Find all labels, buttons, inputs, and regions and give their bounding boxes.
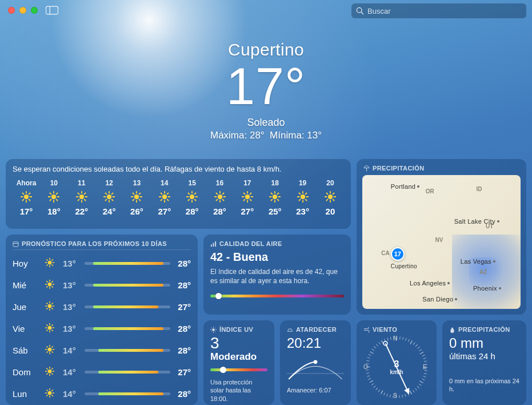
hour-temp: 27° — [234, 207, 261, 216]
day-high: 28° — [170, 324, 191, 333]
svg-line-48 — [133, 200, 134, 201]
zoom-window-button[interactable] — [31, 7, 38, 14]
day-high: 28° — [170, 389, 191, 399]
wind-icon — [363, 327, 370, 333]
svg-point-180 — [212, 328, 215, 331]
svg-line-155 — [47, 346, 48, 347]
svg-rect-179 — [215, 241, 216, 246]
map-city-label: Portland — [391, 183, 419, 190]
map-pin: 17 — [391, 247, 405, 261]
map-canvas[interactable]: 17 Cupertino ORIDNVUTCAAZPortlandSalt La… — [362, 175, 521, 309]
map-city-label: San Diego — [422, 296, 457, 303]
svg-rect-177 — [211, 244, 212, 247]
ten-day-row[interactable]: Vie 13° 28° — [13, 317, 191, 339]
svg-point-159 — [48, 369, 52, 373]
hour-label: 13 — [123, 179, 150, 187]
sunset-card[interactable]: Atardecer 20:21 Amanecer: 6:07 — [280, 320, 351, 405]
svg-line-36 — [106, 193, 107, 194]
temp-range-bar — [85, 305, 170, 308]
hour-temp: 28° — [178, 207, 206, 216]
temp-range-bar — [85, 262, 170, 265]
map-city-label: Los Angeles — [410, 280, 450, 287]
search-input[interactable]: Buscar — [351, 3, 526, 18]
svg-line-38 — [112, 193, 113, 194]
map-state-label: AZ — [479, 269, 487, 275]
ten-day-row[interactable]: Mié 13° 28° — [13, 274, 191, 296]
day-low: 14° — [63, 389, 85, 399]
hourly-column: 1018° — [40, 179, 67, 216]
compass-cardinal: N — [393, 335, 397, 342]
svg-line-138 — [52, 308, 53, 309]
ten-day-title: Pronóstico para los próximos 10 días — [13, 240, 191, 247]
svg-line-164 — [47, 368, 48, 369]
svg-line-18 — [50, 193, 51, 194]
svg-line-45 — [133, 193, 134, 194]
precipitation-map-card[interactable]: Precipitación 17 Cupertino ORIDNVUTCAAZP… — [357, 159, 526, 315]
svg-line-109 — [333, 200, 334, 201]
svg-point-40 — [134, 194, 139, 199]
hour-label: 14 — [151, 179, 178, 187]
day-high: 28° — [170, 346, 191, 355]
ten-day-row[interactable]: Jue 13° 27° — [13, 296, 191, 317]
hour-label: Ahora — [13, 179, 40, 187]
svg-line-122 — [47, 264, 48, 265]
svg-line-47 — [139, 193, 141, 194]
svg-line-158 — [47, 351, 48, 352]
sun-icon — [324, 190, 337, 203]
precip-title: Precipitación — [449, 326, 519, 333]
svg-point-132 — [48, 304, 52, 308]
svg-point-22 — [79, 194, 84, 199]
current-temperature: 17° — [0, 61, 532, 113]
city-name: Cupertino — [0, 40, 532, 59]
svg-line-91 — [278, 200, 279, 201]
map-state-label: ID — [476, 186, 482, 192]
hourly-column: 1427° — [151, 179, 178, 216]
svg-line-30 — [78, 200, 79, 201]
svg-point-103 — [328, 194, 333, 199]
condition-text: Soleado — [0, 117, 532, 129]
svg-point-13 — [51, 194, 56, 199]
ten-day-forecast-card[interactable]: Pronóstico para los próximos 10 días Hoy… — [6, 235, 198, 405]
hourly-column: 1825° — [261, 179, 289, 216]
uv-spectrum — [210, 368, 267, 371]
svg-line-147 — [52, 329, 53, 331]
svg-line-46 — [139, 200, 141, 201]
hour-label: 19 — [289, 179, 317, 187]
map-city-label: Phoenix — [473, 285, 501, 292]
air-quality-card[interactable]: Calidad del aire 42 - Buena El índice de… — [203, 235, 351, 315]
toggle-sidebar-button[interactable] — [46, 6, 58, 15]
svg-point-123 — [48, 282, 52, 286]
hourly-forecast-card[interactable]: Se esperan condiciones soleadas todo el … — [6, 159, 351, 229]
search-icon — [356, 7, 364, 15]
svg-point-67 — [217, 194, 222, 199]
svg-line-28 — [84, 200, 85, 201]
uv-index-card[interactable]: Índice UV 3 Moderado Usa protección sola… — [203, 320, 274, 405]
temp-range-bar — [85, 327, 170, 330]
day-name: Jue — [13, 302, 45, 312]
ten-day-row[interactable]: Lun 14° 28° — [13, 383, 191, 404]
hour-label: 20 — [317, 179, 344, 187]
svg-point-141 — [48, 325, 52, 329]
close-window-button[interactable] — [8, 7, 15, 14]
svg-rect-112 — [13, 241, 18, 246]
wind-card[interactable]: Viento 3 km/h NSOE — [357, 320, 437, 405]
svg-line-63 — [189, 193, 190, 194]
wind-arrow — [366, 336, 427, 398]
svg-line-186 — [215, 331, 215, 332]
hour-temp: 17° — [13, 207, 40, 216]
precipitation-card[interactable]: Precipitación 0 mm últimas 24 h 0 mm en … — [442, 320, 526, 405]
svg-line-54 — [161, 193, 162, 194]
ten-day-row[interactable]: Sáb 14° 28° — [13, 339, 191, 361]
svg-line-20 — [57, 193, 58, 194]
sun-icon — [210, 327, 217, 333]
ten-day-row[interactable]: Hoy 13° 28° — [13, 252, 191, 274]
ten-day-row[interactable]: Dom 14° 27° — [13, 361, 191, 383]
minimize-window-button[interactable] — [19, 7, 26, 14]
hour-temp: 26° — [123, 207, 150, 216]
day-name: Hoy — [13, 259, 45, 268]
map-city-label: Salt Lake City — [454, 218, 499, 225]
hourly-column: 1326° — [123, 179, 150, 216]
aqi-title: Calidad del aire — [210, 240, 344, 247]
hour-temp: 25° — [261, 207, 289, 216]
svg-line-173 — [47, 390, 48, 391]
